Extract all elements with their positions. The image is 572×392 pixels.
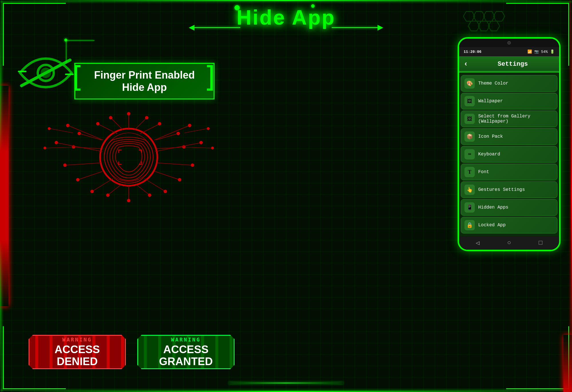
- svg-point-16: [78, 132, 81, 135]
- svg-line-51: [184, 129, 207, 133]
- feature-title-box: Finger Print Enabled Hide App: [74, 63, 214, 99]
- title-section: Hide App: [186, 6, 386, 29]
- theme-color-icon: 🎨: [464, 78, 475, 89]
- svg-point-14: [158, 122, 161, 125]
- svg-point-18: [176, 132, 180, 135]
- svg-point-54: [43, 147, 46, 149]
- svg-point-26: [106, 193, 110, 197]
- feature-title-line2: Hide App: [84, 81, 205, 93]
- svg-line-27: [136, 184, 149, 194]
- phone-back-button[interactable]: ‹: [464, 60, 468, 68]
- access-granted-badge: WARNING ACCESSGRANTED: [137, 335, 235, 369]
- svg-line-47: [155, 143, 200, 151]
- svg-line-31: [144, 179, 164, 191]
- phone-app-header: ‹ Settings: [459, 56, 559, 72]
- phone-mockup: 11:20:06 📶 📷 54% 🔋 ‹ Settings 🎨 Theme Co…: [458, 37, 561, 251]
- menu-item-theme-color[interactable]: 🎨 Theme Color: [461, 75, 557, 92]
- circuit-v1: [66, 40, 67, 63]
- svg-line-35: [155, 171, 179, 179]
- dot-deco-2: [311, 4, 315, 8]
- svg-line-7: [112, 119, 123, 130]
- svg-line-37: [66, 163, 101, 165]
- svg-line-49: [50, 129, 73, 133]
- phone-status-bar: 11:20:06 📶 📷 54% 🔋: [459, 47, 559, 56]
- svg-point-6: [127, 112, 130, 115]
- menu-label-wallpaper: Wallpaper: [478, 99, 503, 104]
- title-line-left: [194, 27, 240, 28]
- svg-point-32: [164, 190, 167, 193]
- access-denied-text: ACCESSDENIED: [55, 344, 100, 368]
- gestures-icon: 👆: [464, 185, 475, 195]
- menu-item-gallery-wallpaper[interactable]: 🖼 Select from Gallery (Wallpaper): [461, 111, 557, 127]
- svg-point-10: [145, 116, 148, 119]
- menu-item-wallpaper[interactable]: 🖼 Wallpaper: [461, 93, 557, 109]
- svg-line-13: [140, 124, 159, 134]
- nav-recent-icon[interactable]: □: [539, 239, 542, 247]
- menu-item-keyboard[interactable]: ⌨ Keyboard: [461, 146, 557, 163]
- keyboard-icon: ⌨: [464, 149, 475, 159]
- phone-menu: 🎨 Theme Color 🖼 Wallpaper 🖼 Select from …: [459, 72, 559, 236]
- svg-point-30: [90, 190, 94, 193]
- menu-label-theme-color: Theme Color: [478, 81, 509, 86]
- svg-line-33: [79, 171, 102, 179]
- neon-border-right: [571, 0, 572, 392]
- svg-point-56: [211, 147, 214, 149]
- gallery-icon: 🖼: [464, 114, 475, 124]
- access-granted-text: ACCESSGRANTED: [159, 344, 213, 368]
- svg-point-44: [188, 124, 191, 127]
- svg-point-40: [191, 163, 194, 167]
- svg-point-36: [178, 178, 181, 181]
- menu-label-font: Font: [478, 169, 489, 175]
- corner-decoration-br: [506, 326, 569, 389]
- menu-label-hidden-apps: Hidden Apps: [478, 205, 509, 210]
- menu-item-icon-pack[interactable]: 📦 Icon Pack: [461, 128, 557, 145]
- font-icon: T: [464, 167, 475, 177]
- svg-point-48: [199, 141, 203, 144]
- phone-navbar: ◁ ○ □: [459, 236, 559, 250]
- svg-line-9: [134, 119, 146, 130]
- svg-point-50: [48, 127, 51, 130]
- svg-point-46: [55, 141, 58, 144]
- warning-label-granted: WARNING: [171, 337, 201, 343]
- menu-item-font[interactable]: T Font: [461, 164, 557, 180]
- access-denied-badge: WARNING ACCESSDENIED: [29, 335, 126, 369]
- locked-app-icon: 🔒: [464, 220, 475, 230]
- svg-point-8: [109, 116, 112, 119]
- menu-label-gestures: Gestures Settings: [478, 187, 525, 192]
- menu-item-gestures[interactable]: 👆 Gestures Settings: [461, 181, 557, 198]
- phone-frame: 11:20:06 📶 📷 54% 🔋 ‹ Settings 🎨 Theme Co…: [458, 37, 561, 251]
- menu-label-locked-app: Locked App: [478, 223, 506, 228]
- svg-point-34: [76, 178, 80, 181]
- menu-label-keyboard: Keyboard: [478, 152, 500, 157]
- svg-point-24: [127, 199, 130, 202]
- dot-deco-1: [235, 5, 240, 10]
- phone-battery: 📶 📷 54% 🔋: [527, 49, 555, 54]
- bottom-deco-line: [229, 383, 343, 383]
- svg-line-25: [109, 184, 122, 194]
- circuit-h1: [66, 40, 94, 41]
- nav-back-icon[interactable]: ◁: [476, 239, 479, 247]
- phone-time: 11:20:06: [464, 50, 481, 54]
- hex-deco-top: [458, 9, 515, 44]
- svg-point-12: [96, 122, 100, 125]
- svg-line-55: [184, 147, 212, 148]
- menu-item-hidden-apps[interactable]: 📱 Hidden Apps: [461, 199, 557, 216]
- menu-label-icon-pack: Icon Pack: [478, 134, 503, 139]
- svg-line-45: [57, 143, 102, 151]
- phone-settings-title: Settings: [471, 61, 555, 68]
- svg-point-38: [63, 163, 67, 167]
- title-line-right: [332, 27, 378, 28]
- warning-label-denied: WARNING: [62, 337, 92, 343]
- nav-home-icon[interactable]: ○: [507, 239, 511, 247]
- feature-title-line1: Finger Print Enabled: [84, 69, 205, 81]
- neon-border-bottom: [0, 391, 572, 392]
- menu-item-locked-app[interactable]: 🔒 Locked App: [461, 217, 557, 233]
- fingerprint-visualization: [29, 103, 229, 211]
- svg-line-39: [157, 163, 192, 165]
- menu-label-gallery: Select from Gallery (Wallpaper): [478, 114, 554, 124]
- svg-line-29: [93, 179, 113, 191]
- hidden-apps-icon: 📱: [464, 202, 475, 213]
- svg-point-28: [148, 193, 151, 197]
- red-accent-left: [0, 86, 9, 306]
- red-accent-right: [563, 335, 572, 392]
